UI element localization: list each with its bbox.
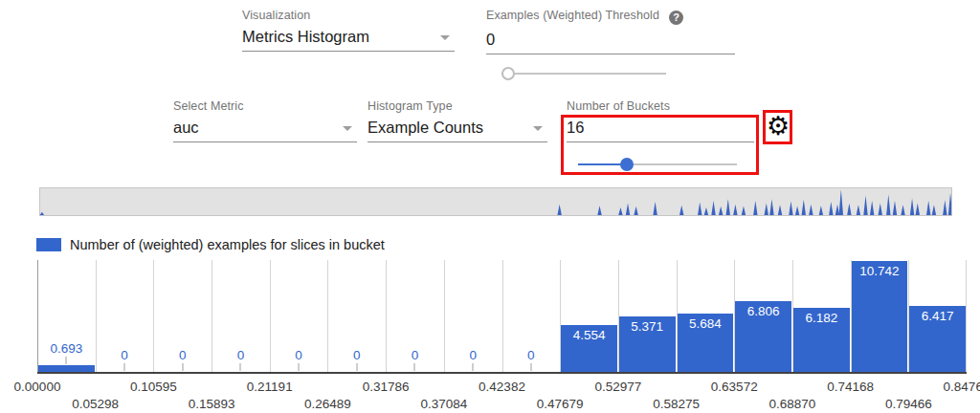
- x-tick-label: 0.47679: [537, 397, 584, 411]
- gridline: [153, 260, 154, 372]
- gridline: [270, 260, 271, 372]
- bar-value-label: 6.417: [922, 309, 954, 323]
- visualization-control: Visualization Metrics Histogram: [242, 9, 455, 52]
- threshold-input[interactable]: [486, 31, 735, 49]
- bar-value-label: 10.742: [859, 264, 899, 278]
- x-tick-label: 0.31786: [363, 380, 410, 394]
- bar-value-label: 0: [527, 348, 535, 362]
- bar-value-label: 0.693: [50, 341, 82, 356]
- x-tick-label: 0.58275: [653, 397, 700, 411]
- slice-density-sparkline: [40, 188, 951, 215]
- x-tick-label: 0.10595: [130, 380, 177, 394]
- gridline: [212, 260, 212, 372]
- chevron-down-icon: [343, 126, 352, 131]
- num-buckets-input-row: [567, 119, 754, 142]
- threshold-control: Examples (Weighted) Threshold?: [486, 6, 735, 54]
- histogram-type-label: Histogram Type: [368, 99, 547, 113]
- x-tick-label: 0.00000: [14, 380, 61, 394]
- bar-value-label: 0: [237, 348, 245, 362]
- bar-value-label: 5.684: [689, 316, 722, 331]
- histogram-x-axis: 0.000000.052980.105950.158930.211910.264…: [37, 380, 967, 412]
- label-leader-line: [414, 363, 415, 371]
- gear-icon[interactable]: ⚙: [764, 108, 792, 144]
- num-buckets-label: Number of Buckets: [567, 99, 754, 113]
- label-leader-line: [530, 363, 531, 371]
- bar-value-label: 6.806: [747, 304, 780, 318]
- gridline: [966, 260, 967, 372]
- x-tick-label: 0.42382: [479, 380, 525, 394]
- slider-track: [501, 73, 666, 75]
- histogram-type-value: Example Counts: [368, 119, 483, 136]
- slider-handle[interactable]: [620, 158, 634, 171]
- gridline: [386, 260, 387, 372]
- bar-value-label: 0: [295, 348, 302, 362]
- bar-value-label: 0: [121, 348, 128, 362]
- x-tick-label: 0.05298: [72, 397, 119, 411]
- x-tick-label: 0.21191: [247, 380, 293, 394]
- metrics-histogram-panel: Visualization Metrics Histogram Examples…: [0, 0, 980, 413]
- select-metric-dropdown[interactable]: auc: [173, 119, 357, 142]
- legend-swatch: [36, 238, 61, 251]
- num-buckets-control: Number of Buckets: [567, 99, 754, 142]
- x-tick-label: 0.84763: [944, 380, 980, 394]
- gridline: [96, 260, 97, 372]
- bar-value-label: 0: [179, 348, 187, 362]
- histogram-type-control: Histogram Type Example Counts: [368, 99, 547, 142]
- y-axis-line: [37, 260, 38, 372]
- x-tick-label: 0.68870: [769, 397, 816, 411]
- x-tick-label: 0.74168: [827, 380, 874, 394]
- gridline: [327, 260, 328, 372]
- visualization-value: Metrics Histogram: [242, 28, 369, 45]
- bar-value-label: 0: [353, 348, 361, 362]
- x-tick-label: 0.26489: [304, 397, 351, 411]
- num-buckets-input[interactable]: [567, 119, 754, 137]
- slider-handle[interactable]: [501, 67, 515, 80]
- bar-value-label: 5.371: [631, 319, 663, 334]
- x-tick-label: 0.63572: [711, 380, 758, 394]
- help-icon[interactable]: ?: [669, 11, 683, 25]
- x-tick-label: 0.37084: [420, 397, 467, 411]
- select-metric-control: Select Metric auc: [173, 99, 357, 142]
- visualization-label: Visualization: [242, 9, 455, 22]
- label-leader-line: [182, 363, 183, 371]
- histogram-type-dropdown[interactable]: Example Counts: [368, 119, 547, 142]
- legend-label: Number of (weighted) examples for slices…: [70, 237, 385, 252]
- threshold-slider[interactable]: [501, 66, 666, 81]
- x-tick-label: 0.52977: [594, 380, 641, 394]
- x-tick-label: 0.15893: [189, 397, 235, 411]
- bar-value-label: 4.554: [573, 328, 606, 342]
- gridline: [502, 260, 503, 372]
- x-tick-label: 0.79466: [885, 397, 932, 411]
- num-buckets-slider[interactable]: [578, 157, 737, 172]
- label-leader-line: [66, 357, 67, 364]
- select-metric-value: auc: [173, 119, 199, 136]
- label-leader-line: [299, 363, 300, 371]
- label-leader-line: [124, 363, 125, 371]
- chevron-down-icon: [533, 126, 543, 131]
- bar-value-label: 6.182: [805, 311, 837, 325]
- select-metric-label: Select Metric: [173, 99, 357, 113]
- bar-value-label: 0: [412, 348, 419, 362]
- chart-legend: Number of (weighted) examples for slices…: [36, 237, 385, 252]
- label-leader-line: [356, 363, 357, 371]
- slice-overview-strip[interactable]: [39, 187, 952, 216]
- visualization-dropdown[interactable]: Metrics Histogram: [242, 28, 455, 52]
- chevron-down-icon: [440, 35, 450, 40]
- label-leader-line: [240, 363, 241, 371]
- label-leader-line: [473, 363, 474, 371]
- threshold-label: Examples (Weighted) Threshold: [486, 9, 659, 22]
- gridline: [444, 260, 445, 372]
- histogram-chart: 0.693000000004.5545.3715.6846.8066.18210…: [37, 260, 967, 374]
- histogram-bar[interactable]: [38, 365, 95, 372]
- threshold-input-row: [486, 31, 735, 54]
- bar-value-label: 0: [469, 348, 477, 362]
